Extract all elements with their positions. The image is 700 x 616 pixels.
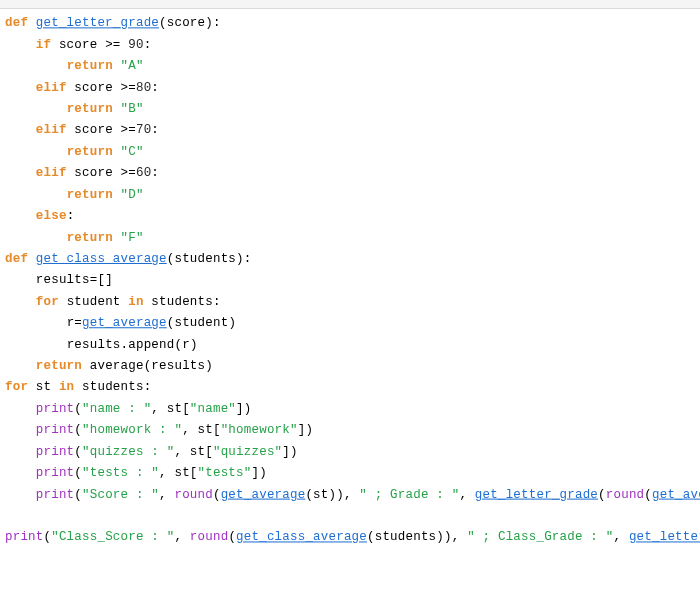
code-line: elif score >=70: (5, 123, 159, 137)
code-line: print("quizzes : ", st["quizzes"]) (5, 445, 298, 459)
code-line: for st in students: (5, 380, 151, 394)
code-line: return "A" (5, 59, 144, 73)
code-line: return "B" (5, 102, 144, 116)
code-line: else: (5, 209, 74, 223)
code-line: print("name : ", st["name"]) (5, 402, 251, 416)
code-line: return "D" (5, 188, 144, 202)
code-line: def get_letter_grade(score): (5, 16, 221, 30)
function-name: get_letter_grade (36, 16, 159, 30)
code-line: results.append(r) (5, 337, 198, 351)
function-name: get_class_average (36, 252, 167, 266)
code-line: return "F" (5, 230, 144, 244)
window-title-bar (0, 0, 700, 9)
code-line: results=[] (5, 273, 113, 287)
code-line: print("homework : ", st["homework"]) (5, 423, 313, 437)
code-line: def get_class_average(students): (5, 252, 251, 266)
code-line: for student in students: (5, 295, 221, 309)
code-line: return "C" (5, 145, 144, 159)
keyword-def: def (5, 16, 28, 30)
code-editor: def get_letter_grade(score): if score >=… (0, 9, 700, 549)
code-line: return average(results) (5, 359, 213, 373)
code-line: print("Score : ", round(get_average(st))… (5, 487, 700, 501)
code-line: if score >= 90: (5, 38, 151, 52)
code-line: elif score >=60: (5, 166, 159, 180)
code-line: elif score >=80: (5, 80, 159, 94)
code-line: print("Class_Score : ", round(get_class_… (5, 530, 700, 544)
code-line: print("tests : ", st["tests"]) (5, 466, 267, 480)
code-line: r=get_average(student) (5, 316, 236, 330)
